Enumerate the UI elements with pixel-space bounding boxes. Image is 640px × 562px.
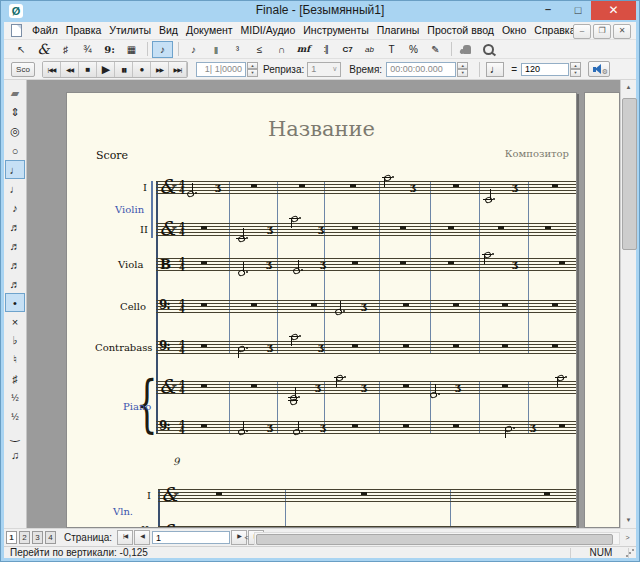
- quarter-rest[interactable]: ʒ: [320, 422, 326, 432]
- first-page-button[interactable]: |◀: [117, 530, 133, 545]
- menu-instruments[interactable]: Инструменты: [299, 22, 372, 39]
- staff-violin-1[interactable]: &44ʒʒʒ: [156, 181, 577, 194]
- smart-shape-tool[interactable]: ≤: [249, 41, 270, 58]
- scroll-up-icon[interactable]: ▲: [621, 80, 636, 95]
- score-canvas[interactable]: Название Score Композитор {&44ʒʒʒ&44ʒʒB4…: [27, 80, 620, 528]
- whole-rest[interactable]: [361, 492, 367, 495]
- whole-rest[interactable]: [403, 424, 409, 427]
- whole-rest[interactable]: [352, 226, 358, 229]
- page-tab-4[interactable]: 4: [45, 531, 56, 544]
- hundred-twenty-eighth-note[interactable]: ♬: [5, 274, 25, 293]
- whole-rest[interactable]: [502, 344, 508, 347]
- maximize-button[interactable]: □: [564, 1, 592, 20]
- whole-rest[interactable]: [453, 303, 459, 306]
- repitch-tool[interactable]: ⇕: [5, 103, 25, 122]
- whole-rest[interactable]: [400, 261, 406, 264]
- quarter-rest[interactable]: ʒ: [315, 382, 321, 392]
- composer-label[interactable]: Композитор: [505, 148, 569, 159]
- whole-rest[interactable]: [251, 303, 257, 306]
- fast-forward-button[interactable]: ▶▶: [151, 62, 169, 77]
- quarter-rest[interactable]: ʒ: [267, 342, 273, 352]
- scroll-left-icon[interactable]: <: [240, 531, 253, 544]
- whole-rest[interactable]: [311, 303, 317, 306]
- scroll-down-icon[interactable]: ▼: [621, 513, 636, 528]
- page-tab-2[interactable]: 2: [19, 531, 30, 544]
- whole-rest[interactable]: [201, 303, 207, 306]
- whole-rest[interactable]: [201, 261, 207, 264]
- quarter-rest[interactable]: ʒ: [410, 182, 416, 192]
- whole-rest[interactable]: [201, 226, 207, 229]
- augmentation-dot[interactable]: •: [5, 293, 25, 312]
- sixteenth-note[interactable]: ♬: [5, 217, 25, 236]
- expression-tool[interactable]: mf: [293, 41, 314, 58]
- whole-rest[interactable]: [299, 184, 305, 187]
- close-button[interactable]: ✕: [591, 1, 636, 20]
- stop-button[interactable]: ■: [79, 62, 97, 77]
- quarter-rest[interactable]: ʒ: [320, 259, 326, 269]
- quarter-note[interactable]: ♩: [5, 179, 25, 198]
- hand-grabber-tool[interactable]: [456, 41, 477, 58]
- chord-tool[interactable]: C7: [337, 41, 358, 58]
- quarter-rest[interactable]: ʒ: [361, 382, 367, 392]
- score-title[interactable]: Название: [67, 117, 576, 141]
- articulation-tool[interactable]: ∩: [271, 41, 292, 58]
- sharp[interactable]: ♯: [5, 369, 25, 388]
- menu-view[interactable]: Вид: [155, 22, 182, 39]
- staff-piano-right-hand[interactable]: &44ʒʒʒ: [156, 381, 577, 394]
- simple-entry-tool[interactable]: ♪: [152, 41, 173, 58]
- playback-time-field[interactable]: 00:00:00.000: [386, 62, 456, 77]
- whole-rest[interactable]: [498, 226, 504, 229]
- spinner-up-icon[interactable]: ▲: [570, 62, 581, 70]
- play-button[interactable]: ▶: [97, 62, 115, 77]
- key-signature-tool[interactable]: ♯: [55, 41, 76, 58]
- whole-rest[interactable]: [352, 424, 358, 427]
- half-step-down[interactable]: ½: [5, 407, 25, 426]
- time-signature-tool[interactable]: ¾: [77, 41, 98, 58]
- whole-rest[interactable]: [251, 384, 257, 387]
- whole-rest[interactable]: [201, 424, 207, 427]
- quarter-rest[interactable]: ʒ: [266, 259, 272, 269]
- whole-rest[interactable]: [201, 344, 207, 347]
- resize-grip[interactable]: [625, 548, 634, 557]
- page-layout-tool[interactable]: %: [403, 41, 424, 58]
- whole-rest[interactable]: [453, 344, 459, 347]
- speedy-entry-tool[interactable]: ♪: [183, 41, 204, 58]
- horizontal-scroll-track[interactable]: [254, 532, 620, 545]
- whole-rest[interactable]: [448, 226, 454, 229]
- whole-rest[interactable]: [552, 184, 558, 187]
- mdi-restore-button[interactable]: ❐: [593, 24, 611, 39]
- natural[interactable]: ♮: [5, 350, 25, 369]
- whole-rest[interactable]: [352, 344, 358, 347]
- menu-window[interactable]: Окно: [498, 22, 530, 39]
- half-note[interactable]: ♩: [5, 160, 25, 179]
- clef-tool[interactable]: 9:: [99, 41, 120, 58]
- whole-rest[interactable]: [552, 344, 558, 347]
- quarter-rest[interactable]: ʒ: [267, 224, 273, 234]
- staff-contrabass[interactable]: 9:44ʒʒ: [156, 341, 577, 354]
- previous-page-button[interactable]: ◀: [134, 530, 150, 545]
- spinner-up-icon[interactable]: ▲: [457, 62, 468, 70]
- quarter-rest[interactable]: ʒ: [267, 422, 273, 432]
- measure-tool[interactable]: ▦: [121, 41, 142, 58]
- horizontal-scrollbar[interactable]: < >: [240, 531, 634, 545]
- staff-cello[interactable]: 9:44ʒ: [156, 300, 577, 313]
- whole-rest[interactable]: [453, 424, 459, 427]
- document-icon[interactable]: [11, 24, 22, 37]
- spinner-up-icon[interactable]: ▲: [247, 62, 258, 70]
- page-2[interactable]: [584, 92, 620, 528]
- whole-rest[interactable]: [502, 303, 508, 306]
- mdi-minimize-button[interactable]: –: [573, 24, 591, 39]
- horizontal-scroll-thumb[interactable]: [256, 534, 613, 545]
- menu-plugins[interactable]: Плагины: [373, 22, 424, 39]
- time-spinner[interactable]: ▲▼: [457, 62, 468, 77]
- thirty-second-note[interactable]: ♬: [5, 236, 25, 255]
- page-number-input[interactable]: [152, 531, 230, 544]
- half-step-up[interactable]: ½: [5, 388, 25, 407]
- quarter-rest[interactable]: ʒ: [361, 301, 367, 311]
- menu-midi-audio[interactable]: MIDI/Аудио: [237, 22, 300, 39]
- tuplet[interactable]: ♫: [5, 445, 25, 464]
- spinner-down-icon[interactable]: ▼: [570, 69, 581, 77]
- whole-rest[interactable]: [201, 384, 207, 387]
- minimize-button[interactable]: –: [534, 1, 562, 20]
- quarter-rest[interactable]: ʒ: [512, 259, 518, 269]
